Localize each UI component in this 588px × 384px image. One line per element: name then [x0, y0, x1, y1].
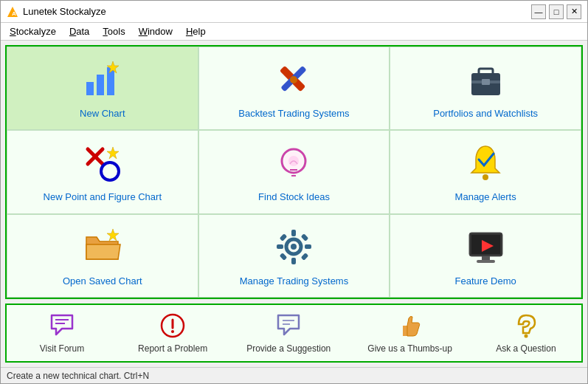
main-content: New Chart Backtest Trading Systems [1, 41, 587, 367]
svg-rect-30 [305, 244, 311, 249]
report-problem-button[interactable]: Report a Problem [128, 308, 217, 358]
grid-cell-new-chart[interactable]: New Chart [7, 47, 198, 130]
svg-rect-29 [277, 244, 283, 249]
find-stock-icon [271, 141, 316, 185]
forum-icon [49, 312, 75, 339]
svg-point-26 [291, 244, 297, 250]
title-bar-left: A Lunetek Stockalyze [7, 6, 106, 18]
problem-icon [159, 312, 186, 339]
manage-trading-icon [271, 225, 316, 270]
menu-bar: Stockalyze Data Tools Window Help [1, 23, 587, 41]
question-icon [513, 312, 539, 339]
menu-stockalyze[interactable]: Stockalyze [4, 24, 62, 38]
svg-point-22 [288, 156, 299, 166]
svg-point-15 [101, 162, 119, 180]
svg-rect-31 [280, 234, 288, 242]
status-text: Create a new technical chart. Ctrl+N [7, 371, 149, 381]
svg-rect-3 [97, 75, 104, 95]
report-problem-label: Report a Problem [138, 343, 207, 354]
title-bar-controls: — □ ✕ [531, 4, 581, 19]
svg-rect-34 [301, 253, 309, 261]
grid-cell-find-stock[interactable]: Find Stock Ideas [198, 130, 390, 213]
svg-point-47 [524, 335, 528, 338]
manage-alerts-label: Manage Alerts [455, 191, 516, 202]
feature-grid: New Chart Backtest Trading Systems [5, 45, 583, 299]
manage-trading-label: Manage Trading Systems [240, 275, 348, 287]
close-button[interactable]: ✕ [567, 4, 581, 19]
suggestion-icon [275, 312, 302, 339]
svg-rect-12 [482, 79, 490, 85]
svg-rect-39 [477, 260, 495, 263]
backtest-icon [271, 58, 316, 102]
menu-window[interactable]: Window [133, 24, 179, 38]
feature-demo-label: Feature Demo [455, 275, 516, 287]
new-chart-label: New Chart [80, 108, 125, 119]
grid-cell-feature-demo[interactable]: Feature Demo [390, 214, 581, 298]
svg-rect-27 [291, 230, 296, 236]
portfolios-icon [463, 58, 508, 102]
grid-cell-portfolios[interactable]: Portfolios and Watchlists [390, 47, 581, 130]
title-text: Lunetek Stockalyze [23, 6, 106, 17]
svg-point-23 [482, 174, 488, 180]
svg-point-8 [290, 76, 297, 83]
svg-rect-33 [280, 253, 288, 261]
svg-rect-2 [86, 82, 94, 95]
svg-rect-32 [301, 234, 309, 242]
point-figure-icon [80, 141, 125, 185]
grid-cell-manage-alerts[interactable]: Manage Alerts [390, 130, 581, 213]
find-stock-label: Find Stock Ideas [258, 191, 330, 202]
point-figure-label: New Point and Figure Chart [44, 191, 162, 202]
manage-alerts-icon [463, 141, 508, 185]
give-thumbsup-button[interactable]: Give us a Thumbs-up [360, 308, 460, 358]
visit-forum-button[interactable]: Visit Forum [18, 308, 106, 358]
ask-question-button[interactable]: Ask a Question [482, 308, 570, 358]
app-icon: A [7, 6, 18, 18]
svg-point-44 [171, 330, 174, 333]
ask-question-label: Ask a Question [496, 343, 556, 354]
svg-marker-24 [107, 229, 119, 241]
minimize-button[interactable]: — [531, 4, 546, 19]
svg-rect-10 [479, 69, 493, 75]
title-bar: A Lunetek Stockalyze — □ ✕ [1, 1, 587, 23]
thumbsup-icon [397, 312, 423, 339]
visit-forum-label: Visit Forum [40, 343, 84, 354]
open-saved-icon [80, 225, 125, 270]
provide-suggestion-label: Provide a Suggestion [246, 343, 331, 354]
menu-tools[interactable]: Tools [97, 24, 131, 38]
new-chart-icon [80, 58, 125, 102]
open-saved-label: Open Saved Chart [63, 275, 142, 287]
svg-marker-16 [107, 147, 119, 159]
give-thumbsup-label: Give us a Thumbs-up [367, 343, 452, 354]
maximize-button[interactable]: □ [549, 4, 564, 19]
menu-data[interactable]: Data [63, 24, 95, 38]
action-bar: Visit Forum Report a Problem Provide a S… [5, 304, 583, 363]
grid-cell-manage-trading[interactable]: Manage Trading Systems [198, 214, 390, 298]
grid-cell-point-figure[interactable]: New Point and Figure Chart [7, 130, 198, 213]
grid-cell-open-saved[interactable]: Open Saved Chart [7, 214, 198, 298]
portfolios-label: Portfolios and Watchlists [433, 108, 538, 119]
feature-demo-icon [463, 225, 508, 270]
svg-text:A: A [12, 10, 16, 17]
backtest-label: Backtest Trading Systems [238, 108, 349, 119]
svg-rect-28 [291, 258, 296, 264]
grid-cell-backtest[interactable]: Backtest Trading Systems [198, 47, 390, 130]
status-bar: Create a new technical chart. Ctrl+N [1, 367, 587, 383]
provide-suggestion-button[interactable]: Provide a Suggestion [239, 308, 338, 358]
menu-help[interactable]: Help [180, 24, 212, 38]
